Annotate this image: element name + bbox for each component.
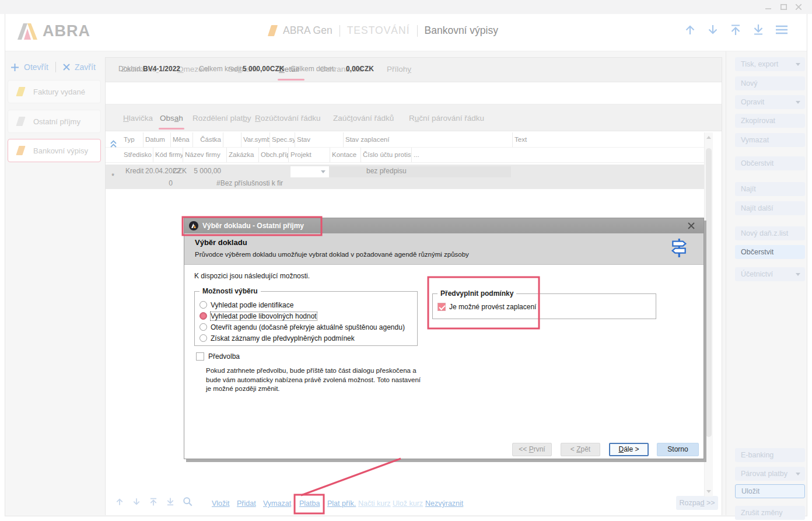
radio-icon[interactable] [200,323,207,331]
radio-vyhledat-identifikace[interactable]: Vyhledat podle identifikace [200,299,417,310]
col-spec-symbol[interactable]: Spec.sym... [270,132,295,147]
close-x-icon[interactable] [63,64,70,71]
col-more[interactable]: ... [412,148,456,162]
dialog-title-text: Výběr dokladu - Ostatní příjmy [202,222,304,230]
zkopirovat-button[interactable]: Zkopírovat [735,114,805,128]
obcerstvit-button[interactable]: Občerstvit [735,156,805,170]
vertical-scrollbar[interactable] [704,132,713,496]
tab-zauctovani-radku[interactable]: Zaúčtování řádků [333,114,394,123]
stav-zaplaceni-field [329,166,511,177]
col-mena[interactable]: Měna [171,132,193,147]
radio-ziskat-zaznamy[interactable]: Získat záznamy dle předvyplněných podmín… [200,333,417,344]
link-nacti-kurz[interactable]: Načti kurz [358,499,391,508]
link-pridat[interactable]: Přidat [237,499,256,508]
minimize-icon[interactable] [762,2,775,12]
storno-button[interactable]: Storno [657,443,699,456]
link-vlozit[interactable]: Vložit [212,499,230,508]
radio-otevrit-agendu[interactable]: Otevřít agendu (dočasně překryje aktuáln… [200,321,417,333]
tab-rozdeleni-platby[interactable]: Rozdělení platby [192,114,251,123]
najit-dalsi-button[interactable]: Najít další [735,201,805,215]
checkbox-icon[interactable] [438,303,446,311]
plus-icon[interactable] [10,63,19,72]
novy-dan-z-list-button[interactable]: Nový daň.z.list [735,226,805,240]
tab-hlavicka[interactable]: Hlavička [123,114,153,123]
menu-icon[interactable] [775,24,789,36]
sidebar-item-bankovni-vypisy[interactable]: Bankovní výpisy [8,139,101,162]
maximize-icon[interactable] [777,2,790,12]
link-vymazat[interactable]: Vymazat [263,499,291,508]
move-down-icon[interactable] [132,497,141,506]
prvni-button[interactable]: << První [512,443,552,456]
radio-icon[interactable] [200,301,207,309]
tab-obsah[interactable]: Obsah [160,114,183,123]
tab-prilohy[interactable]: Přílohy [387,65,411,74]
link-plat-prik[interactable]: Plat přík. [327,499,356,508]
obcerstvit-active-button[interactable]: Občerstvit [735,245,805,259]
move-up-icon[interactable] [115,497,124,506]
col-typ[interactable]: Typ [122,132,144,147]
col-castka[interactable]: Částka [193,132,223,147]
spec-symbol-select[interactable] [290,166,329,177]
parovat-platby-button[interactable]: Párovat platby [735,467,805,481]
agenda-slash-icon [268,25,278,36]
rozpad-button[interactable]: Rozpad >> [676,496,718,510]
col-projekt[interactable]: Projekt [289,148,330,162]
close-icon[interactable] [792,2,805,12]
e-banking-button[interactable]: E-banking [735,448,805,462]
col-zakazka[interactable]: Zakázka [227,148,259,162]
opravit-button[interactable]: Opravit [735,95,805,109]
table-row[interactable]: * Kredit 20.04.2022 CZK 5 000,00 bez pře… [106,165,712,189]
move-up-icon[interactable] [684,23,696,36]
novy-button[interactable]: Nový [735,76,805,90]
ulozit-button[interactable]: Uložit [735,484,805,498]
col-cislo-uctu[interactable]: Číslo účtu protistrany [361,148,412,162]
tisk-export-button[interactable]: Tisk, export [735,57,805,71]
col-var-symbol[interactable]: Var.symbol [242,132,270,147]
dialog-heading: Výběr dokladu [195,238,247,247]
collapse-chevrons-icon[interactable] [110,139,117,148]
tab-rucni-parovani[interactable]: Ruční párování řádku [409,114,484,123]
col-text[interactable]: Text [513,132,688,147]
move-down-icon[interactable] [706,23,719,36]
radio-icon[interactable] [200,312,207,320]
move-last-icon[interactable] [752,23,765,36]
checkbox-je-mozne-provest-zaplaceni[interactable]: Je možné provést zaplacení [438,301,656,312]
dale-button[interactable]: Dále > [609,443,649,456]
close-icon[interactable] [686,221,696,230]
col-nazev-firmy[interactable]: Název firmy [183,148,227,162]
search-icon[interactable] [183,496,193,507]
zrusit-zmeny-button[interactable]: Zrušit změny [735,506,805,520]
col-kontace[interactable]: Kontace [330,148,361,162]
checkbox-icon[interactable] [196,352,204,361]
scroll-down-icon[interactable] [706,490,711,493]
open-agenda-button[interactable]: Otevřít [24,62,48,72]
ucetnictvi-button[interactable]: Účetnictví [735,267,805,281]
col-stav-zaplaceni[interactable]: Stav zaplacení [344,132,513,147]
checkbox-predvolba[interactable]: Předvolba [196,352,240,361]
col-stredisko[interactable]: Středisko [122,148,153,162]
close-agenda-button[interactable]: Zavřít [75,62,96,72]
link-platba[interactable]: Platba [299,499,320,508]
scroll-up-icon[interactable] [706,136,711,139]
col-obch-pripad[interactable]: Obch.případ [259,148,289,162]
link-uloz-kurz[interactable]: Ulož kurz [393,499,423,508]
zpet-button[interactable]: < Zpět [561,443,600,456]
col-empty[interactable] [223,132,242,147]
najit-button[interactable]: Najít [735,182,805,196]
vymazat-button[interactable]: Vymazat [735,133,805,147]
sidebar-item-ostatni-prijmy[interactable]: Ostatní příjmy [8,110,101,133]
col-datum[interactable]: Datum [144,132,171,147]
dropdown-arrow-icon [796,63,800,66]
move-first-icon[interactable] [729,23,742,36]
radio-icon[interactable] [200,334,207,342]
radio-vyhledat-libovolne[interactable]: Vyhledat podle libovolných hodnot [200,310,417,321]
link-nezvyraznit[interactable]: Nezvýraznit [425,499,463,508]
scrollbar-thumb[interactable] [706,148,712,437]
move-last-icon[interactable] [166,497,175,506]
tab-rozuctovani-radku[interactable]: Rozúčtování řádku [255,114,321,123]
col-stav[interactable]: Stav [295,132,344,147]
col-kod-firmy[interactable]: Kód firmy [153,148,183,162]
abra-logo-icon [18,23,37,40]
move-first-icon[interactable] [149,497,158,506]
sidebar-item-faktury-vydane[interactable]: Faktury vydané [8,80,101,103]
